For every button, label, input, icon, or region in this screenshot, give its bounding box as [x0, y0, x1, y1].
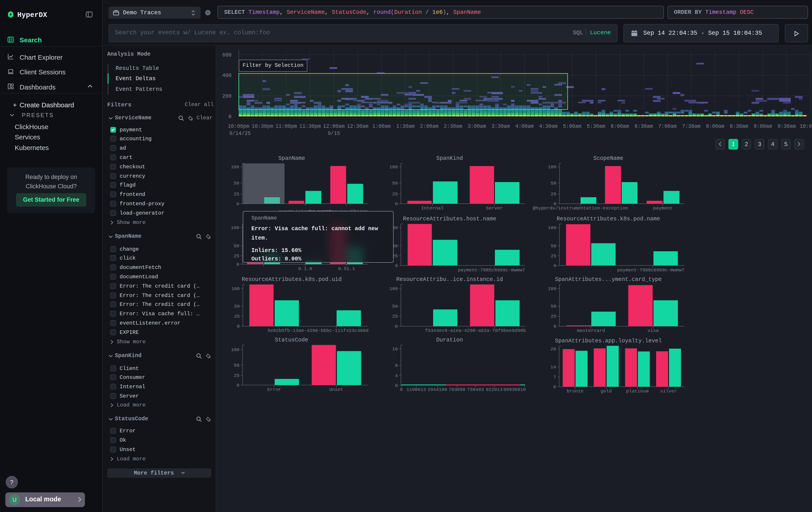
- svg-text:@hyperdx/instrumentation-excep: @hyperdx/instrumentation-exception: [532, 206, 628, 211]
- svg-text:2944180: 2944180: [427, 387, 447, 392]
- svg-text:4:30am: 4:30am: [539, 124, 557, 129]
- svg-text:25: 25: [392, 192, 398, 197]
- svg-text:SpanKind: SpanKind: [436, 155, 463, 162]
- svg-text:25: 25: [551, 253, 556, 259]
- svg-text:f5344ec9-a1ea-4290-a62a-78f5be: f5344ec9-a1ea-4290-a62a-78f5bee8d90b: [425, 328, 526, 333]
- svg-text:mastercard: mastercard: [577, 328, 605, 333]
- svg-text:ScopeName: ScopeName: [593, 155, 623, 162]
- svg-text:gold: gold: [600, 389, 611, 394]
- svg-text:50: 50: [233, 181, 239, 186]
- svg-text:SpanName: SpanName: [278, 155, 305, 162]
- svg-text:9/14/25: 9/14/25: [229, 131, 251, 136]
- svg-text:50: 50: [233, 244, 239, 249]
- svg-text:100: 100: [231, 347, 239, 352]
- svg-text:0: 0: [236, 201, 239, 207]
- svg-text:silver: silver: [660, 389, 677, 394]
- svg-text:0: 0: [395, 201, 398, 207]
- svg-text:payment-7985c8969c-mwmw7: payment-7985c8969c-mwmw7: [458, 268, 525, 273]
- svg-text:100: 100: [231, 164, 239, 170]
- svg-text:1198813: 1198813: [406, 387, 426, 392]
- svg-text:400: 400: [222, 73, 231, 79]
- svg-text:25: 25: [392, 314, 398, 319]
- svg-text:10:00am: 10:00am: [800, 124, 812, 129]
- svg-text:50: 50: [234, 363, 239, 368]
- svg-text:50: 50: [392, 181, 398, 186]
- svg-text:10:00pm: 10:00pm: [228, 124, 249, 129]
- svg-text:9/15: 9/15: [327, 131, 340, 136]
- svg-text:SpanAttributes.app.loyalty.lev: SpanAttributes.app.loyalty.level: [555, 338, 662, 344]
- svg-text:4: 4: [395, 373, 398, 378]
- svg-text:0: 0: [236, 262, 239, 267]
- svg-text:12:30am: 12:30am: [347, 124, 369, 129]
- svg-text:platinum: platinum: [626, 389, 648, 394]
- svg-text:14: 14: [550, 365, 556, 370]
- svg-text:28: 28: [550, 347, 556, 352]
- svg-text:8: 8: [395, 363, 398, 368]
- svg-text:0: 0: [395, 383, 398, 388]
- svg-text:0: 0: [228, 114, 231, 120]
- svg-text:Duration: Duration: [436, 337, 463, 343]
- svg-text:10:30pm: 10:30pm: [252, 124, 273, 129]
- svg-text:5:30am: 5:30am: [586, 124, 605, 129]
- svg-text:25: 25: [233, 192, 239, 197]
- svg-text:Internal: Internal: [421, 206, 443, 211]
- svg-text:0: 0: [236, 383, 239, 388]
- svg-text:8:00am: 8:00am: [706, 124, 724, 129]
- svg-text:payment-7985c8969c-mwmw7: payment-7985c8969c-mwmw7: [617, 268, 684, 273]
- svg-text:0: 0: [553, 324, 556, 329]
- svg-text:703098: 703098: [448, 387, 465, 392]
- svg-text:1:00am: 1:00am: [372, 124, 391, 129]
- svg-text:600: 600: [222, 52, 231, 58]
- svg-text:SpanAttributes...yment.card_ty: SpanAttributes...yment.card_type: [555, 276, 662, 283]
- svg-text:Error: Error: [267, 387, 281, 392]
- svg-text:3:00am: 3:00am: [467, 124, 486, 129]
- svg-text:5:00am: 5:00am: [563, 124, 581, 129]
- svg-text:0: 0: [553, 384, 556, 389]
- svg-text:0: 0: [395, 324, 398, 329]
- svg-text:100: 100: [548, 164, 556, 170]
- svg-text:1:30am: 1:30am: [396, 124, 414, 129]
- svg-text:100: 100: [548, 286, 556, 291]
- svg-text:100: 100: [231, 286, 239, 291]
- svg-text:ResourceAttributes.k8s.pod.uid: ResourceAttributes.k8s.pod.uid: [241, 276, 342, 283]
- svg-text:2:00am: 2:00am: [420, 124, 438, 129]
- svg-text:0: 0: [237, 324, 240, 329]
- svg-text:7:00am: 7:00am: [658, 124, 676, 129]
- svg-text:8:30am: 8:30am: [729, 124, 748, 129]
- svg-text:5e02b5fb-13ae-4296-bbbc-111f42: 5e02b5fb-13ae-4296-bbbc-111f423c460d: [267, 328, 368, 333]
- svg-text:0: 0: [395, 263, 398, 268]
- svg-text:StatusCode: StatusCode: [274, 337, 308, 343]
- svg-text:visa: visa: [647, 328, 658, 333]
- svg-text:25: 25: [234, 314, 239, 319]
- svg-text:100: 100: [389, 286, 398, 291]
- svg-text:ResourceAttribu..ice.instance.: ResourceAttribu..ice.instance.id: [396, 276, 503, 283]
- svg-text:12:00am: 12:00am: [323, 124, 344, 129]
- svg-text:100: 100: [389, 164, 398, 170]
- svg-text:payment: payment: [653, 206, 672, 211]
- svg-text:Unset: Unset: [329, 387, 343, 392]
- svg-text:0: 0: [400, 387, 403, 392]
- svg-text:6:30am: 6:30am: [634, 124, 652, 129]
- svg-text:50: 50: [551, 304, 556, 309]
- svg-text:200: 200: [222, 93, 231, 99]
- svg-text:100: 100: [548, 225, 556, 231]
- svg-text:25: 25: [551, 192, 556, 197]
- svg-text:50: 50: [551, 181, 556, 186]
- svg-text:4:00am: 4:00am: [515, 124, 533, 129]
- svg-text:ResourceAttributes.k8s.pod.nam: ResourceAttributes.k8s.pod.name: [556, 216, 660, 222]
- svg-text:0: 0: [553, 263, 556, 268]
- svg-text:7: 7: [553, 375, 556, 380]
- svg-text:2:30am: 2:30am: [443, 124, 462, 129]
- svg-text:99930810: 99930810: [503, 387, 526, 392]
- svg-text:9:30am: 9:30am: [777, 124, 795, 129]
- svg-text:11:00pm: 11:00pm: [275, 124, 297, 129]
- svg-text:ResourceAttributes.host.name: ResourceAttributes.host.name: [403, 216, 496, 222]
- svg-text:6:00am: 6:00am: [610, 124, 629, 129]
- svg-text:25: 25: [234, 373, 239, 378]
- svg-text:7:30am: 7:30am: [682, 124, 700, 129]
- svg-text:100: 100: [231, 225, 239, 231]
- svg-text:Server: Server: [486, 206, 503, 211]
- svg-text:50: 50: [234, 304, 239, 309]
- svg-text:0.1.0: 0.1.0: [298, 266, 312, 271]
- svg-text:50: 50: [392, 304, 398, 309]
